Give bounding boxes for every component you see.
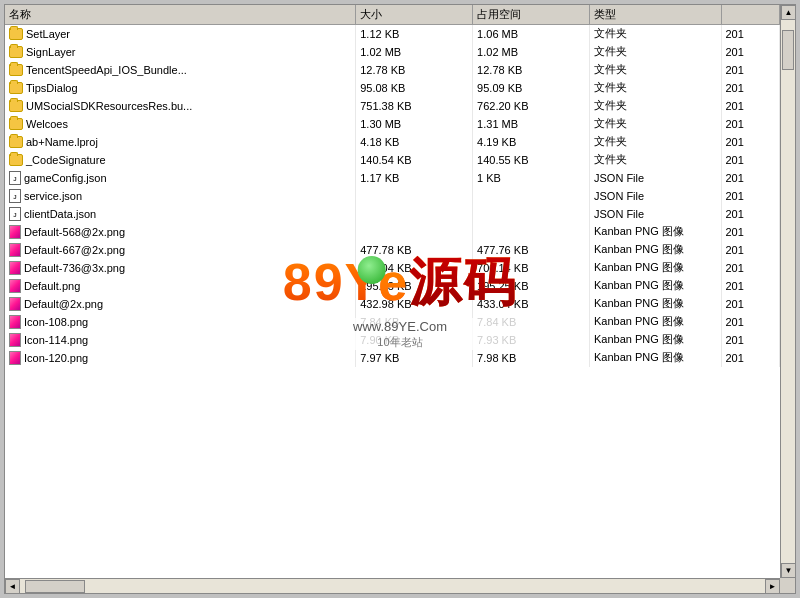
file-size1-cell: 1.17 KB (356, 169, 473, 187)
table-row[interactable]: Default@2x.png432.98 KB433.04 KBKanban P… (5, 295, 780, 313)
table-row[interactable]: Default.png195.23 KB195.25 KBKanban PNG … (5, 277, 780, 295)
scroll-track-h[interactable] (20, 579, 765, 593)
file-kind-cell: 文件夹 (589, 133, 721, 151)
file-size1-cell: 7.97 KB (356, 349, 473, 367)
file-kind-cell: 文件夹 (589, 151, 721, 169)
file-num-cell: 201 (721, 115, 780, 133)
table-row[interactable]: Icon-114.png7.90 KB7.93 KBKanban PNG 图像2… (5, 331, 780, 349)
json-icon: J (9, 207, 21, 221)
file-kind-cell: Kanban PNG 图像 (589, 241, 721, 259)
file-size2-cell: 700.14 KB (473, 259, 590, 277)
file-name-label: Icon-114.png (24, 334, 88, 346)
png-icon (9, 279, 21, 293)
file-name-cell: Jservice.json (5, 187, 356, 205)
file-kind-cell: Kanban PNG 图像 (589, 277, 721, 295)
file-name-label: TipsDialog (26, 82, 78, 94)
col-header-type[interactable]: 类型 (589, 5, 721, 25)
file-size2-cell: 140.55 KB (473, 151, 590, 169)
table-row[interactable]: _CodeSignature140.54 KB140.55 KB文件夹201 (5, 151, 780, 169)
file-num-cell: 201 (721, 205, 780, 223)
file-name-label: clientData.json (24, 208, 96, 220)
file-size1-cell: 1.30 MB (356, 115, 473, 133)
name-cell: Default-736@3x.png (9, 261, 351, 275)
file-size2-cell: 95.09 KB (473, 79, 590, 97)
scroll-thumb-v[interactable] (782, 30, 794, 70)
table-row[interactable]: JgameConfig.json1.17 KB1 KBJSON File201 (5, 169, 780, 187)
table-row[interactable]: Default-736@3x.png700.04 KB700.14 KBKanb… (5, 259, 780, 277)
col-header-name[interactable]: 名称 (5, 5, 356, 25)
folder-icon (9, 136, 23, 148)
table-row[interactable]: SignLayer1.02 MB1.02 MB文件夹201 (5, 43, 780, 61)
name-cell: Jservice.json (9, 189, 351, 203)
file-size1-cell: 1.12 KB (356, 25, 473, 43)
col-header-size2[interactable]: 占用空间 (473, 5, 590, 25)
scroll-down-button[interactable]: ▼ (781, 563, 795, 578)
file-kind-cell: Kanban PNG 图像 (589, 223, 721, 241)
file-size1-cell: 4.18 KB (356, 133, 473, 151)
file-size1-cell: 95.08 KB (356, 79, 473, 97)
file-name-label: SignLayer (26, 46, 76, 58)
file-num-cell: 201 (721, 295, 780, 313)
table-row[interactable]: TipsDialog95.08 KB95.09 KB文件夹201 (5, 79, 780, 97)
file-kind-cell: JSON File (589, 169, 721, 187)
name-cell: Icon-120.png (9, 351, 351, 365)
file-explorer-window: 名称 大小 占用空间 类型 SetLayer1.12 KB1.06 MB文件夹2… (4, 4, 796, 594)
png-icon (9, 351, 21, 365)
png-icon (9, 333, 21, 347)
file-name-cell: JgameConfig.json (5, 169, 356, 187)
file-name-cell: TipsDialog (5, 79, 356, 97)
file-size1-cell (356, 205, 473, 223)
name-cell: JgameConfig.json (9, 171, 351, 185)
table-row[interactable]: Default-667@2x.png477.78 KB477.76 KBKanb… (5, 241, 780, 259)
scroll-right-button[interactable]: ► (765, 579, 780, 593)
vertical-scrollbar[interactable]: ▲ ▼ (780, 5, 795, 578)
folder-icon (9, 100, 23, 112)
file-size1-cell: 7.84 KB (356, 313, 473, 331)
file-size2-cell: 4.19 KB (473, 133, 590, 151)
file-table: 名称 大小 占用空间 类型 SetLayer1.12 KB1.06 MB文件夹2… (5, 5, 780, 367)
table-row[interactable]: Jservice.jsonJSON File201 (5, 187, 780, 205)
scroll-thumb-h[interactable] (25, 580, 85, 593)
file-size2-cell: 1.02 MB (473, 43, 590, 61)
png-icon (9, 315, 21, 329)
table-row[interactable]: ab+Name.lproj4.18 KB4.19 KB文件夹201 (5, 133, 780, 151)
png-icon (9, 243, 21, 257)
file-size1-cell (356, 187, 473, 205)
horizontal-scrollbar[interactable]: ◄ ► (5, 578, 780, 593)
scroll-up-button[interactable]: ▲ (781, 5, 795, 20)
col-header-size1[interactable]: 大小 (356, 5, 473, 25)
table-row[interactable]: Welcoes1.30 MB1.31 MB文件夹201 (5, 115, 780, 133)
name-cell: UMSocialSDKResourcesRes.bu... (9, 100, 351, 112)
file-size1-cell: 12.78 KB (356, 61, 473, 79)
file-num-cell: 201 (721, 241, 780, 259)
file-size2-cell: 12.78 KB (473, 61, 590, 79)
file-name-label: UMSocialSDKResourcesRes.bu... (26, 100, 192, 112)
table-row[interactable]: UMSocialSDKResourcesRes.bu...751.38 KB76… (5, 97, 780, 115)
col-header-num[interactable] (721, 5, 780, 25)
file-num-cell: 201 (721, 223, 780, 241)
file-name-cell: Default.png (5, 277, 356, 295)
table-row[interactable]: Default-568@2x.pngKanban PNG 图像201 (5, 223, 780, 241)
file-size2-cell: 1.31 MB (473, 115, 590, 133)
folder-icon (9, 82, 23, 94)
file-name-label: Default.png (24, 280, 80, 292)
file-size1-cell: 432.98 KB (356, 295, 473, 313)
png-icon (9, 297, 21, 311)
table-row[interactable]: JclientData.jsonJSON File201 (5, 205, 780, 223)
table-row[interactable]: Icon-108.png7.84 KB7.84 KBKanban PNG 图像2… (5, 313, 780, 331)
file-name-cell: SignLayer (5, 43, 356, 61)
file-name-cell: Default-736@3x.png (5, 259, 356, 277)
scroll-left-button[interactable]: ◄ (5, 579, 20, 593)
scroll-track-v[interactable] (781, 20, 795, 563)
table-row[interactable]: TencentSpeedApi_IOS_Bundle...12.78 KB12.… (5, 61, 780, 79)
table-row[interactable]: SetLayer1.12 KB1.06 MB文件夹201 (5, 25, 780, 43)
file-name-label: ab+Name.lproj (26, 136, 98, 148)
file-kind-cell: Kanban PNG 图像 (589, 259, 721, 277)
name-cell: Default.png (9, 279, 351, 293)
file-kind-cell: 文件夹 (589, 97, 721, 115)
name-cell: ab+Name.lproj (9, 136, 351, 148)
table-row[interactable]: Icon-120.png7.97 KB7.98 KBKanban PNG 图像2… (5, 349, 780, 367)
file-num-cell: 201 (721, 25, 780, 43)
file-num-cell: 201 (721, 61, 780, 79)
folder-icon (9, 118, 23, 130)
